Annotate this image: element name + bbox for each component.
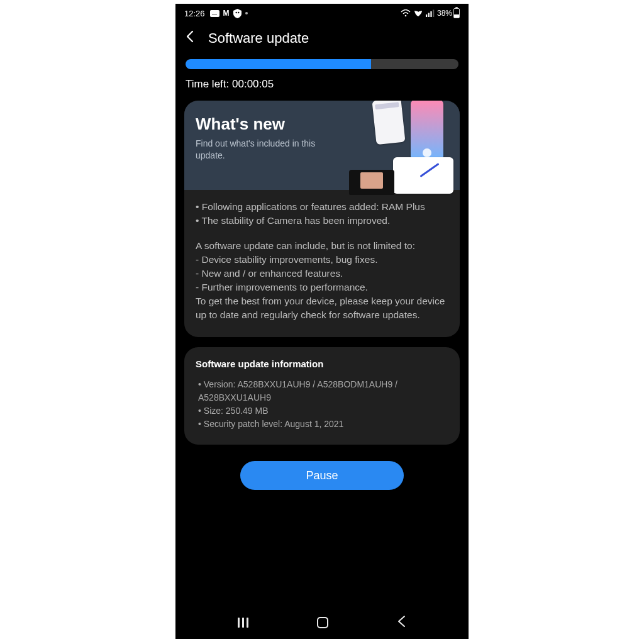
privacy-icon — [233, 9, 242, 18]
page-header: Software update — [175, 23, 469, 59]
info-row: • Size: 250.49 MB — [196, 404, 448, 418]
devices-art — [338, 101, 460, 196]
status-time: 12:26 — [184, 9, 205, 18]
progress-track — [186, 59, 458, 69]
pause-button[interactable]: Pause — [240, 461, 404, 490]
whats-new-banner: What's new Find out what's included in t… — [184, 101, 460, 190]
notes-item: - Device stability improvements, bug fix… — [196, 253, 448, 267]
vowifi-icon — [413, 9, 423, 17]
note-bullet: • The stability of Camera has been impro… — [196, 214, 448, 228]
whats-new-subtitle: Find out what's included in this update. — [196, 138, 340, 162]
svg-rect-3 — [426, 14, 427, 17]
system-nav-bar — [175, 610, 469, 639]
svg-rect-6 — [433, 10, 434, 18]
info-row: • Version: A528BXXU1AUH9 / A528BODM1AUH9… — [196, 378, 448, 404]
notes-bullets: • Following applications or features add… — [196, 200, 448, 228]
nav-home-button[interactable] — [317, 617, 328, 628]
phone-frame: 12:26 — M 38% — [175, 4, 469, 639]
signal-icon — [426, 9, 435, 17]
art-phone-gradient-icon — [411, 101, 443, 161]
dot-icon — [245, 12, 248, 14]
info-heading: Software update information — [196, 358, 448, 369]
note-bullet: • Following applications or features add… — [196, 200, 448, 214]
nav-back-button[interactable] — [397, 616, 407, 630]
nav-recents-button[interactable] — [238, 618, 248, 628]
update-notes: • Following applications or features add… — [184, 190, 460, 337]
battery-icon — [453, 8, 460, 18]
download-progress — [175, 59, 469, 69]
time-left-label: Time left: 00:00:05 — [175, 69, 469, 101]
whats-new-card: What's new Find out what's included in t… — [184, 101, 460, 337]
action-bar: Pause — [175, 445, 469, 496]
gmail-icon: M — [223, 9, 230, 18]
notes-intro: A software update can include, but is no… — [196, 239, 448, 253]
back-icon[interactable] — [184, 30, 197, 47]
svg-point-1 — [238, 11, 239, 13]
art-phone-light-icon — [372, 101, 405, 145]
svg-rect-4 — [428, 13, 430, 18]
info-row: • Security patch level: August 1, 2021 — [196, 418, 448, 431]
status-right: 38% — [401, 8, 460, 18]
progress-fill — [186, 59, 371, 69]
battery-percent: 38% — [437, 9, 452, 18]
svg-point-2 — [405, 15, 407, 17]
notes-item: - New and / or enhanced features. — [196, 267, 448, 280]
svg-rect-5 — [430, 11, 431, 17]
page-title: Software update — [208, 30, 309, 47]
notes-outro: To get the best from your device, please… — [196, 294, 448, 322]
card-icon: — — [210, 10, 219, 17]
battery-indicator: 38% — [437, 8, 460, 18]
status-bar[interactable]: 12:26 — M 38% — [175, 4, 469, 23]
art-laptop-icon — [349, 170, 394, 195]
info-list: • Version: A528BXXU1AUH9 / A528BODM1AUH9… — [196, 378, 448, 431]
wifi-calling-icon — [401, 9, 411, 17]
update-info-card: Software update information • Version: A… — [184, 347, 460, 445]
notes-description: A software update can include, but is no… — [196, 239, 448, 322]
svg-point-0 — [235, 11, 236, 13]
status-left: 12:26 — M — [184, 9, 248, 18]
notes-item: - Further improvements to performance. — [196, 280, 448, 294]
